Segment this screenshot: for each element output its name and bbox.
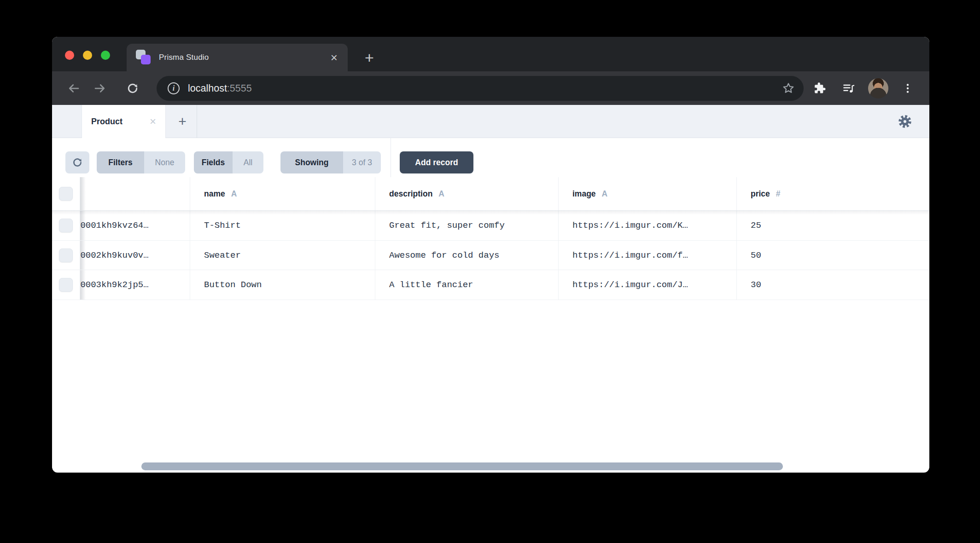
browser-window: Prisma Studio × + i localhost:5555 bbox=[52, 37, 929, 473]
model-tab-close-icon[interactable]: × bbox=[150, 116, 156, 127]
number-type-icon: # bbox=[776, 189, 781, 199]
filters-label[interactable]: Filters bbox=[97, 151, 144, 173]
browser-menu-icon[interactable] bbox=[895, 71, 921, 105]
showing-value: 3 of 3 bbox=[343, 151, 381, 173]
url-port: :5555 bbox=[227, 83, 252, 94]
fields-label[interactable]: Fields bbox=[194, 151, 233, 173]
reload-data-button[interactable] bbox=[65, 151, 89, 173]
cell-name[interactable]: Button Down bbox=[190, 270, 375, 300]
string-type-icon: A bbox=[438, 189, 444, 199]
fields-control[interactable]: Fields All bbox=[194, 151, 263, 173]
new-model-tab-button[interactable]: + bbox=[171, 105, 194, 138]
cell-name[interactable]: T-Shirt bbox=[190, 211, 375, 240]
select-all-cell bbox=[52, 177, 80, 210]
site-info-icon[interactable]: i bbox=[168, 82, 180, 94]
column-header-image[interactable]: image A bbox=[559, 177, 737, 210]
cell-description[interactable]: Awesome for cold days bbox=[375, 241, 559, 270]
prisma-logo-icon bbox=[136, 50, 152, 65]
toolbar-divider bbox=[391, 138, 391, 177]
screenshot-stage: Prisma Studio × + i localhost:5555 bbox=[0, 0, 980, 543]
showing-control[interactable]: Showing 3 of 3 bbox=[280, 151, 381, 173]
reload-icon[interactable] bbox=[120, 71, 146, 105]
studio-action-bar: Filters None Fields All Showing 3 of 3 A… bbox=[52, 138, 929, 177]
cell-description[interactable]: A little fancier bbox=[375, 270, 559, 300]
column-header-name[interactable]: name A bbox=[190, 177, 375, 210]
close-window-button[interactable] bbox=[65, 51, 74, 60]
cell-description[interactable]: Great fit, super comfy bbox=[375, 211, 559, 240]
string-type-icon: A bbox=[231, 189, 237, 199]
row-select-cell bbox=[52, 241, 80, 270]
table-row[interactable]: b0002kh9kuv0v… Sweater Awesome for cold … bbox=[52, 241, 929, 271]
tab-close-icon[interactable]: × bbox=[331, 52, 338, 64]
table-row[interactable]: b0001kh9kvz64… T-Shirt Great fit, super … bbox=[52, 211, 929, 241]
cell-image[interactable]: https://i.imgur.com/J… bbox=[559, 270, 737, 300]
table-body: b0001kh9kvz64… T-Shirt Great fit, super … bbox=[52, 211, 929, 300]
cell-price[interactable]: 25 bbox=[737, 211, 929, 240]
forward-icon[interactable] bbox=[87, 71, 113, 105]
cell-price[interactable]: 30 bbox=[737, 270, 929, 300]
url-host: localhost bbox=[188, 83, 227, 94]
extensions-puzzle-icon[interactable] bbox=[807, 71, 833, 105]
cell-image[interactable]: https://i.imgur.com/f… bbox=[559, 241, 737, 270]
url-bar[interactable]: i localhost:5555 bbox=[157, 76, 804, 101]
studio-model-tab-bar: Product × + bbox=[52, 105, 929, 138]
row-checkbox[interactable] bbox=[59, 278, 73, 292]
traffic-lights bbox=[65, 51, 110, 60]
cell-id[interactable]: b0003kh9k2jp5… bbox=[80, 270, 190, 300]
showing-label[interactable]: Showing bbox=[280, 151, 343, 173]
string-type-icon: A bbox=[602, 189, 608, 199]
table-row[interactable]: b0003kh9k2jp5… Button Down A little fanc… bbox=[52, 270, 929, 300]
filters-control[interactable]: Filters None bbox=[97, 151, 185, 173]
filters-value: None bbox=[144, 151, 185, 173]
column-header-id[interactable] bbox=[80, 177, 190, 210]
cell-image[interactable]: https://i.imgur.com/K… bbox=[559, 211, 737, 240]
fields-value: All bbox=[233, 151, 263, 173]
column-header-price[interactable]: price # bbox=[737, 177, 929, 210]
profile-avatar[interactable] bbox=[865, 71, 891, 105]
model-tab-label: Product bbox=[91, 117, 122, 127]
select-all-checkbox[interactable] bbox=[59, 187, 73, 201]
url-text[interactable]: localhost:5555 bbox=[188, 83, 252, 94]
back-icon[interactable] bbox=[61, 71, 87, 105]
cell-price[interactable]: 50 bbox=[737, 241, 929, 270]
row-select-cell bbox=[52, 270, 80, 300]
table-header: name A description A image A price # bbox=[52, 177, 929, 211]
row-select-cell bbox=[52, 211, 80, 240]
cell-id[interactable]: b0001kh9kvz64… bbox=[80, 211, 190, 240]
row-checkbox[interactable] bbox=[59, 248, 73, 262]
tab-title: Prisma Studio bbox=[159, 53, 209, 62]
cell-id[interactable]: b0002kh9kuv0v… bbox=[80, 241, 190, 270]
media-controls-icon[interactable] bbox=[836, 71, 862, 105]
browser-navbar: i localhost:5555 bbox=[52, 71, 929, 105]
zoom-window-button[interactable] bbox=[101, 51, 110, 60]
minimize-window-button[interactable] bbox=[83, 51, 92, 60]
add-record-button[interactable]: Add record bbox=[400, 151, 473, 173]
column-header-description[interactable]: description A bbox=[375, 177, 559, 210]
bookmark-star-icon[interactable] bbox=[782, 81, 795, 95]
row-checkbox[interactable] bbox=[59, 219, 73, 232]
new-tab-button[interactable]: + bbox=[358, 46, 381, 69]
horizontal-scrollbar-thumb[interactable] bbox=[141, 462, 783, 470]
model-tab-divider bbox=[197, 105, 197, 138]
cell-name[interactable]: Sweater bbox=[190, 241, 375, 270]
model-tab-product[interactable]: Product × bbox=[82, 105, 166, 138]
browser-tab[interactable]: Prisma Studio × bbox=[127, 44, 348, 71]
browser-tab-strip: Prisma Studio × + bbox=[52, 37, 929, 71]
settings-gear-icon[interactable] bbox=[897, 105, 913, 138]
